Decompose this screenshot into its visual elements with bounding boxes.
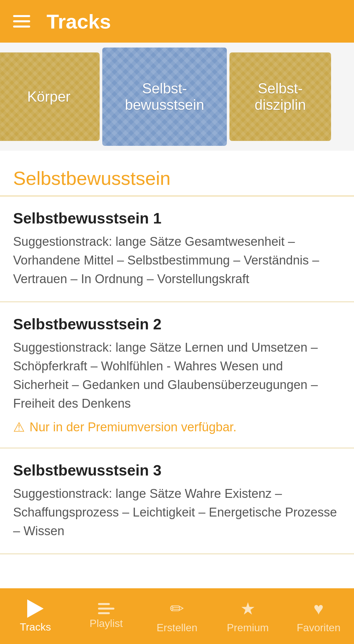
premium-text-2: Nur in der Premiumversion verfügbar.: [30, 420, 236, 434]
bottom-nav: Tracks Playlist ✏ Erstellen ★ Premium ♥ …: [0, 588, 354, 644]
carousel-item-selbstdisziplin[interactable]: Selbst-disziplin: [229, 52, 331, 141]
track-item-2[interactable]: Selbstbewusstsein 2 Suggestionstrack: la…: [0, 302, 354, 448]
section-title: Selbstbewusstsein: [0, 151, 354, 196]
nav-label-premium: Premium: [227, 622, 269, 634]
track-description-1: Suggestionstrack: lange Sätze Gesamtwese…: [13, 232, 341, 288]
carousel-item-label-selbstbewusstsein: Selbst-bewusstsein: [125, 80, 204, 113]
nav-label-tracks: Tracks: [20, 621, 51, 633]
carousel-track: Körper Selbst-bewusstsein Selbst-diszipl…: [0, 48, 332, 146]
nav-item-tracks[interactable]: Tracks: [0, 588, 71, 644]
carousel-item-label-korper: Körper: [27, 88, 70, 105]
track-title-1: Selbstbewusstsein 1: [13, 209, 341, 227]
star-icon: ★: [240, 599, 256, 618]
nav-item-premium[interactable]: ★ Premium: [212, 588, 283, 644]
track-description-3: Suggestionstrack: lange Sätze Wahre Exis…: [13, 484, 341, 540]
nav-item-erstellen[interactable]: ✏ Erstellen: [142, 588, 212, 644]
track-item-1[interactable]: Selbstbewusstsein 1 Suggestionstrack: la…: [0, 196, 354, 302]
nav-item-favoriten[interactable]: ♥ Favoriten: [283, 588, 354, 644]
main-content: Körper Selbst-bewusstsein Selbst-diszipl…: [0, 43, 354, 610]
track-title-3: Selbstbewusstsein 3: [13, 461, 341, 479]
premium-notice-2: ⚠ Nur in der Premiumversion verfügbar.: [13, 420, 341, 435]
track-list: Selbstbewusstsein 1 Suggestionstrack: la…: [0, 196, 354, 554]
pencil-icon: ✏: [170, 599, 184, 618]
track-item-3[interactable]: Selbstbewusstsein 3 Suggestionstrack: la…: [0, 448, 354, 554]
nav-label-playlist: Playlist: [89, 617, 123, 630]
menu-icon[interactable]: [13, 15, 30, 28]
header-title: Tracks: [47, 10, 111, 33]
warning-icon: ⚠: [13, 420, 25, 435]
nav-label-erstellen: Erstellen: [157, 622, 198, 634]
category-carousel: Körper Selbst-bewusstsein Selbst-diszipl…: [0, 43, 354, 151]
track-title-2: Selbstbewusstsein 2: [13, 315, 341, 333]
lines-icon: [98, 603, 114, 614]
track-description-2: Suggestionstrack: lange Sätze Lernen und…: [13, 338, 341, 413]
nav-item-playlist[interactable]: Playlist: [71, 588, 142, 644]
app-header: Tracks: [0, 0, 354, 43]
heart-icon: ♥: [314, 599, 324, 618]
carousel-item-label-selbstdisziplin: Selbst-disziplin: [255, 80, 306, 113]
carousel-item-selbstbewusstsein[interactable]: Selbst-bewusstsein: [102, 48, 227, 146]
play-icon: [27, 599, 44, 618]
carousel-item-korper[interactable]: Körper: [0, 52, 100, 141]
nav-label-favoriten: Favoriten: [297, 622, 340, 634]
